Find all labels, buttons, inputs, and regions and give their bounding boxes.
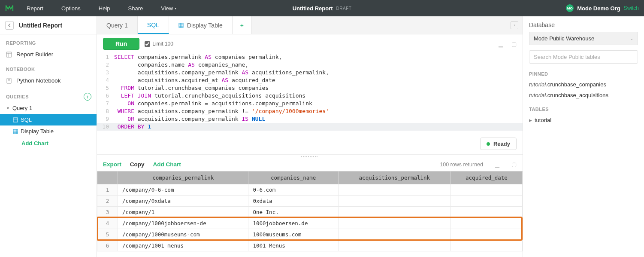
tables-tutorial[interactable]: ▶ tutorial <box>523 114 644 126</box>
add-query-button[interactable]: + <box>84 93 91 101</box>
maximize-icon[interactable]: ▢ <box>511 41 517 47</box>
column-header[interactable]: acquisitions_permalink <box>338 171 450 184</box>
table-cell[interactable]: /company/1 <box>118 207 248 218</box>
table-cell[interactable] <box>450 218 522 229</box>
table-cell[interactable]: /company/1000museums-com <box>118 229 248 240</box>
table-cell[interactable]: 1000jobboersen.de <box>248 218 338 229</box>
table-cell[interactable] <box>450 240 522 251</box>
sidebar-report-name: Untitled Report <box>19 22 62 29</box>
table-cell[interactable] <box>338 196 450 207</box>
add-chart-link[interactable]: Add Chart <box>153 161 181 168</box>
notebook-icon <box>6 78 12 84</box>
table-cell[interactable] <box>338 240 450 251</box>
rows-returned: 100 rows returned <box>440 162 483 168</box>
column-header[interactable]: companies_name <box>248 171 338 184</box>
code-line[interactable]: 10 ORDER BY 1 <box>97 123 523 131</box>
database-select[interactable]: Mode Public Warehouse ⌄ <box>529 32 638 45</box>
table-row[interactable]: 2/company/0xdata0xdata <box>97 196 523 207</box>
table-row[interactable]: 5/company/1000museums-com1000museums.com <box>97 229 523 240</box>
sql-icon <box>13 117 18 122</box>
table-cell[interactable] <box>450 207 522 218</box>
table-cell[interactable] <box>338 184 450 196</box>
menu-view[interactable]: View ▾ <box>161 5 176 12</box>
results-minimize-icon[interactable]: ▁ <box>495 161 499 168</box>
report-title: Untitled Report <box>293 5 333 12</box>
menu-help[interactable]: Help <box>99 5 110 12</box>
table-search-input[interactable]: Search Mode Public tables <box>529 50 638 64</box>
code-line[interactable]: 1SELECT companies.permalink AS companies… <box>97 53 523 61</box>
results-maximize-icon[interactable]: ▢ <box>511 161 517 168</box>
pinned-table[interactable]: tutorial.crunchbase_companies <box>523 79 644 90</box>
tree-sql[interactable]: SQL <box>0 114 97 125</box>
line-number: 9 <box>97 115 114 123</box>
menu-options[interactable]: Options <box>61 5 81 12</box>
sidebar-add-chart[interactable]: Add Chart <box>0 137 97 150</box>
table-cell[interactable]: 1001 Menus <box>248 240 338 251</box>
table-row[interactable]: 3/company/1One Inc. <box>97 207 523 218</box>
table-cell[interactable]: 0-6.com <box>248 184 338 196</box>
table-cell[interactable]: /company/1000jobboersen-de <box>118 218 248 229</box>
table-cell[interactable]: 0xdata <box>248 196 338 207</box>
code-line[interactable]: 7 ON companies.permalink = acquisitions.… <box>97 100 523 107</box>
table-cell[interactable] <box>450 184 522 196</box>
back-button[interactable] <box>5 21 14 30</box>
table-cell[interactable]: 1000museums.com <box>248 229 338 240</box>
code-line[interactable]: 6 LEFT JOIN tutorial.crunchbase_acquisit… <box>97 92 523 100</box>
nav-report-builder[interactable]: Report Builder <box>0 48 97 61</box>
org-name[interactable]: Mode Demo Org <box>577 5 620 12</box>
table-cell[interactable] <box>338 218 450 229</box>
mode-logo-icon[interactable] <box>5 3 15 13</box>
table-row[interactable]: 4/company/1000jobboersen-de1000jobboerse… <box>97 218 523 229</box>
nav-python-notebook[interactable]: Python Notebook <box>0 74 97 87</box>
table-cell[interactable]: /company/1001-menus <box>118 240 248 251</box>
export-link[interactable]: Export <box>103 161 121 168</box>
table-cell[interactable]: One Inc. <box>248 207 338 218</box>
row-number: 4 <box>97 218 118 229</box>
code-line[interactable]: 2 companies.name AS companies_name, <box>97 61 523 69</box>
sql-editor[interactable]: 1SELECT companies.permalink AS companies… <box>97 52 523 135</box>
table-cell[interactable] <box>450 196 522 207</box>
line-number: 8 <box>97 107 114 115</box>
row-number: 2 <box>97 196 118 207</box>
code-line[interactable]: 3 acquisitions.company_permalink AS acqu… <box>97 69 523 76</box>
org-avatar-icon[interactable]: MO <box>566 4 574 12</box>
menu-report[interactable]: Report <box>27 5 43 12</box>
limit-checkbox[interactable]: Limit 100 <box>145 41 173 47</box>
table-icon <box>178 23 184 28</box>
table-cell[interactable] <box>338 207 450 218</box>
left-sidebar: Untitled Report REPORTING Report Builder… <box>0 16 97 257</box>
limit-checkbox-input[interactable] <box>145 41 150 47</box>
pane-drag-handle[interactable] <box>97 154 523 159</box>
tab-next-button[interactable]: › <box>511 21 518 29</box>
table-row[interactable]: 6/company/1001-menus1001 Menus <box>97 240 523 251</box>
table-cell[interactable]: /company/0-6-com <box>118 184 248 196</box>
switch-org-link[interactable]: Switch <box>624 5 639 11</box>
tab-sql[interactable]: SQL <box>138 16 169 34</box>
code-line[interactable]: 9 OR acquisitions.company_permalink IS N… <box>97 115 523 123</box>
run-button[interactable]: Run <box>103 38 139 50</box>
table-cell[interactable]: /company/0xdata <box>118 196 248 207</box>
run-bar: Run Limit 100 ▁ ▢ <box>97 34 523 52</box>
code-line[interactable]: 4 acquisitions.acquired_at AS acquired_d… <box>97 76 523 84</box>
minimize-icon[interactable]: ▁ <box>499 41 503 47</box>
caret-down-icon: ▼ <box>6 106 10 110</box>
code-line[interactable]: 8 WHERE acquisitions.company_permalink !… <box>97 107 523 115</box>
column-header[interactable]: companies_permalink <box>118 171 248 184</box>
tab-display-table[interactable]: Display Table <box>169 16 233 34</box>
tree-query1[interactable]: ▼ Query 1 <box>0 102 97 114</box>
column-header[interactable]: acquired_date <box>450 171 522 184</box>
table-row[interactable]: 1/company/0-6-com0-6.com <box>97 184 523 196</box>
tree-display-table[interactable]: Display Table <box>0 125 97 137</box>
code-line[interactable]: 5 FROM tutorial.crunchbase_companies com… <box>97 84 523 92</box>
copy-link[interactable]: Copy <box>130 161 145 168</box>
chevron-down-icon: ▾ <box>175 6 176 10</box>
tab-add[interactable]: + <box>233 16 252 34</box>
line-number: 3 <box>97 69 114 76</box>
tab-query1[interactable]: Query 1 <box>97 16 138 34</box>
plus-icon: + <box>240 22 244 29</box>
table-cell[interactable] <box>338 229 450 240</box>
pinned-table[interactable]: tutorial.crunchbase_acquisitions <box>523 90 644 101</box>
menu-share[interactable]: Share <box>128 5 143 12</box>
table-cell[interactable] <box>450 229 522 240</box>
line-number: 1 <box>97 53 114 61</box>
